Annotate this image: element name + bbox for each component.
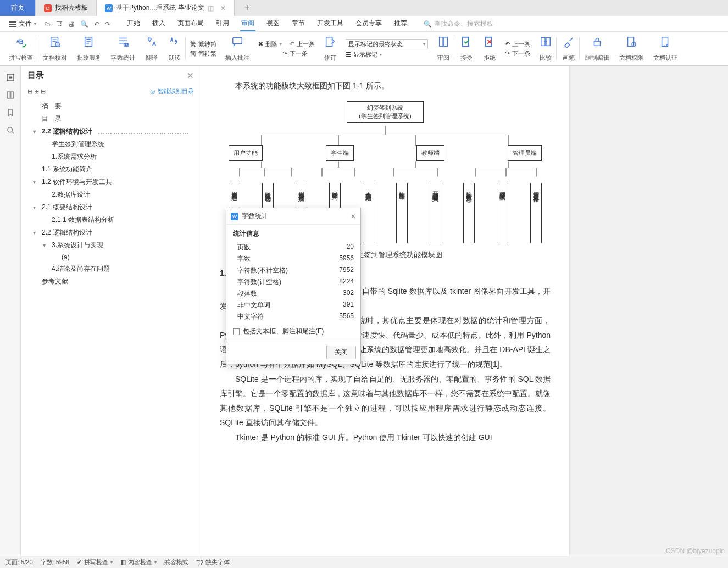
group-changes-nav: ↶上一条 ↷下一条 bbox=[502, 34, 534, 63]
btn-delete-comment[interactable]: ✖删除▾ ↶上一条 bbox=[258, 40, 315, 48]
tab-dev[interactable]: 开发工具 bbox=[316, 16, 344, 31]
tab-chapter[interactable]: 章节 bbox=[291, 16, 306, 31]
btn-doc-perm[interactable]: 文档权限 bbox=[615, 34, 648, 63]
btn-review-pane[interactable]: 审阅 bbox=[432, 34, 454, 63]
reject-icon bbox=[484, 36, 496, 48]
tab-layout[interactable]: 页面布局 bbox=[176, 16, 205, 31]
btn-to-traditional[interactable]: 简简转繁 bbox=[190, 49, 216, 58]
markup-display-select[interactable]: 显示标记的最终状态▾ bbox=[346, 39, 428, 49]
btn-prev-change[interactable]: ↶上一条 bbox=[505, 40, 530, 48]
btn-to-simplified[interactable]: 繁繁转简 bbox=[190, 40, 216, 48]
outline-item[interactable]: 目 录 bbox=[27, 113, 201, 125]
group-comments-nav: ✖删除▾ ↶上一条 ↷下一条 bbox=[255, 34, 318, 63]
outline-icon[interactable] bbox=[5, 73, 15, 82]
status-content-check[interactable]: ◧内容检查▾ bbox=[120, 558, 157, 566]
thumbnail-icon[interactable] bbox=[5, 90, 15, 100]
svg-text:12: 12 bbox=[124, 42, 129, 47]
caret-icon: ▾ bbox=[33, 204, 40, 210]
btn-restrict[interactable]: 限制编辑 bbox=[581, 34, 614, 63]
expand-all-icon[interactable]: ⊞ bbox=[34, 88, 39, 94]
status-words[interactable]: 字数: 5956 bbox=[41, 558, 70, 566]
label: 文档校对 bbox=[43, 54, 67, 62]
outline-item[interactable]: 摘 要 bbox=[27, 100, 201, 113]
hamburger-icon bbox=[9, 20, 16, 28]
label: 简转繁 bbox=[198, 49, 216, 58]
btn-read[interactable]: 朗读 bbox=[164, 34, 186, 63]
tab-insert[interactable]: 插入 bbox=[151, 16, 166, 31]
open-icon[interactable]: 🗁 bbox=[44, 20, 51, 28]
stat-value: 20 bbox=[347, 243, 354, 252]
dialog-close-icon[interactable]: ✕ bbox=[351, 213, 356, 220]
tab-review[interactable]: 审阅 bbox=[240, 16, 255, 31]
status-compat[interactable]: 兼容模式 bbox=[164, 558, 188, 566]
btn-next-change[interactable]: ↷下一条 bbox=[505, 49, 530, 58]
tab-template[interactable]: D 找稻壳模板 bbox=[36, 0, 97, 16]
outline-item[interactable]: ▾1.2 软件环境与开发工具 bbox=[27, 176, 201, 188]
tab-vip[interactable]: 会员专享 bbox=[354, 16, 383, 31]
close-panel-icon[interactable]: ✕ bbox=[187, 71, 194, 81]
tab-view[interactable]: 视图 bbox=[265, 16, 281, 31]
tab-document[interactable]: W 基于Python…理系统 毕业论文 ◫ ✕ bbox=[97, 0, 235, 16]
find-icon[interactable] bbox=[5, 125, 15, 135]
outline-item[interactable]: 4.结论及尚存在问题 bbox=[27, 263, 201, 275]
tab-start[interactable]: 开始 bbox=[126, 16, 141, 31]
outline-item[interactable]: 2.1.1 数据表结构分析 bbox=[27, 214, 201, 226]
collapse-all-icon[interactable]: ⊟ bbox=[27, 88, 32, 94]
btn-proofread[interactable]: 文档校对 bbox=[38, 34, 71, 63]
outline-item[interactable]: 1.系统需求分析 bbox=[27, 151, 201, 163]
wordcount-icon: 12 bbox=[117, 36, 129, 48]
undo-icon[interactable]: ↶ bbox=[94, 20, 99, 28]
command-search[interactable]: 🔍 查找命令、搜索模板 bbox=[424, 19, 493, 29]
outline-more-icon[interactable]: ⊟ bbox=[41, 88, 46, 94]
outline-item[interactable]: (a) bbox=[27, 252, 201, 263]
menu-bar: 文件 ▾ 🗁 🖫 🖨 🔍 ↶ ↷ 开始 插入 页面布局 引用 审阅 视图 章节 … bbox=[0, 16, 728, 32]
tab-recommend[interactable]: 推荐 bbox=[393, 16, 408, 31]
btn-show-marks[interactable]: ☰显示标记▾ bbox=[346, 51, 382, 59]
status-page[interactable]: 页面: 5/20 bbox=[5, 558, 33, 566]
outline-item[interactable]: 2.数据库设计 bbox=[27, 188, 201, 201]
btn-reject[interactable]: 拒绝 bbox=[479, 34, 501, 63]
outline-item[interactable]: ▾3.系统设计与实现 bbox=[27, 239, 201, 252]
redo-icon[interactable]: ↷ bbox=[105, 20, 110, 28]
outline-item[interactable]: 参考文献 bbox=[27, 275, 201, 288]
btn-accept[interactable]: 接受 bbox=[455, 34, 477, 63]
btn-spellcheck[interactable]: 拼写检查 bbox=[4, 34, 37, 63]
status-missing-font[interactable]: T?缺失字体 bbox=[196, 558, 230, 566]
outline-item[interactable]: ▾2.1 概要结构设计 bbox=[27, 201, 201, 214]
label: 文档认证 bbox=[653, 54, 677, 62]
btn-track-changes[interactable]: 修订 bbox=[319, 34, 341, 63]
btn-brush[interactable]: 画笔 bbox=[558, 34, 580, 63]
btn-compare[interactable]: 比较 bbox=[535, 34, 557, 63]
outline-item[interactable]: ▾2.2 逻辑结构设计 bbox=[27, 125, 201, 138]
new-tab-button[interactable]: ＋ bbox=[235, 0, 260, 16]
tab-home[interactable]: 首页 bbox=[0, 0, 36, 16]
btn-next-comment[interactable]: ↷下一条 bbox=[282, 49, 308, 58]
btn-insert-comment[interactable]: 插入批注 bbox=[221, 34, 254, 63]
file-menu[interactable]: 文件 ▾ bbox=[5, 19, 40, 29]
print-icon[interactable]: 🖨 bbox=[68, 20, 75, 28]
include-textbox-checkbox[interactable]: 包括文本框、脚注和尾注(F) bbox=[233, 327, 354, 336]
close-icon[interactable]: ✕ bbox=[220, 4, 226, 12]
label: 限制编辑 bbox=[585, 54, 609, 62]
outline-item[interactable]: 1.1 系统功能简介 bbox=[27, 163, 201, 176]
save-icon[interactable]: 🖫 bbox=[56, 20, 63, 28]
outline-item[interactable]: 学生签到管理系统 bbox=[27, 138, 201, 151]
btn-correction[interactable]: 批改服务 bbox=[73, 34, 105, 63]
pin-icon[interactable]: ◫ bbox=[208, 4, 214, 12]
stat-label: 段落数 bbox=[237, 289, 257, 298]
tab-reference[interactable]: 引用 bbox=[215, 16, 230, 31]
ai-outline-button[interactable]: ◎智能识别目录 bbox=[150, 87, 194, 96]
bookmark-icon[interactable] bbox=[5, 108, 15, 118]
dialog-header[interactable]: W 字数统计 ✕ bbox=[226, 208, 360, 225]
label: 智能识别目录 bbox=[158, 87, 194, 96]
btn-wordcount[interactable]: 12字数统计 bbox=[107, 34, 140, 63]
svg-rect-6 bbox=[440, 37, 443, 47]
stat-value: 7952 bbox=[339, 266, 354, 275]
btn-translate[interactable]: 翻译 bbox=[141, 34, 163, 63]
btn-doc-auth[interactable]: 文档认证 bbox=[649, 34, 682, 63]
dialog-close-button[interactable]: 关闭 bbox=[326, 346, 356, 359]
print-preview-icon[interactable]: 🔍 bbox=[80, 20, 88, 28]
status-spellcheck[interactable]: ✔拼写检查▾ bbox=[77, 558, 113, 566]
outline-item-label: 摘 要 bbox=[42, 102, 62, 111]
outline-item[interactable]: ▾2.2 逻辑结构设计 bbox=[27, 226, 201, 239]
